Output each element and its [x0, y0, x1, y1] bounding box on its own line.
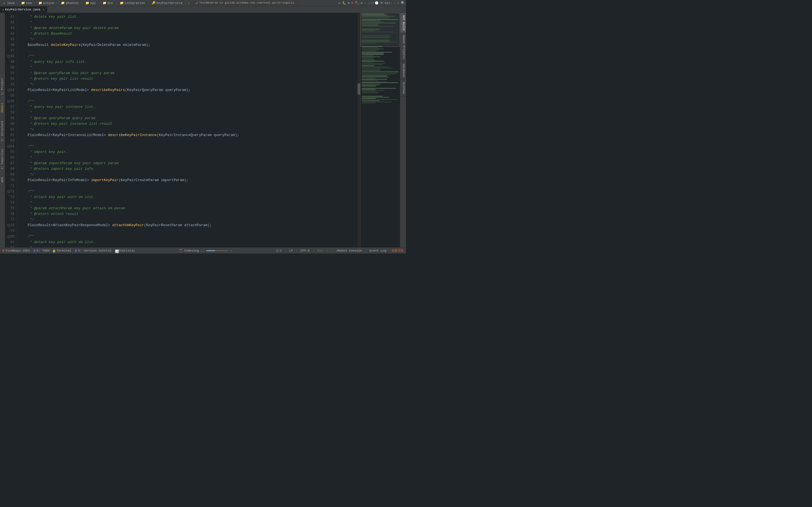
separator-7: ›	[147, 1, 149, 5]
line-number-60: 60	[5, 121, 14, 127]
code-line-77[interactable]: */	[17, 217, 357, 223]
forward-icon[interactable]: →	[368, 1, 370, 5]
line-ending[interactable]: LF	[289, 249, 293, 252]
file-encoding[interactable]: UTF-8	[301, 249, 310, 252]
code-content[interactable]: * delete key pair list. * * @param delet…	[17, 13, 357, 247]
vertical-scrollbar[interactable]	[357, 13, 360, 247]
statistic-icon: 📊	[115, 249, 117, 252]
code-line-47[interactable]	[17, 48, 357, 54]
cursor-position[interactable]: 1:1	[276, 249, 282, 252]
code-line-81[interactable]: * detach key pair with vm list.	[17, 239, 357, 245]
search-icon[interactable]: 🔍	[401, 1, 405, 5]
code-line-42[interactable]: *	[17, 20, 357, 25]
code-line-64[interactable]: /**	[17, 144, 357, 149]
code-line-65[interactable]: * import key pair.	[17, 149, 357, 155]
code-line-76[interactable]: * @return attach result	[17, 211, 357, 217]
code-line-50[interactable]: *	[17, 65, 357, 70]
code-line-74[interactable]: *	[17, 200, 357, 206]
code-line-73[interactable]: * attach key pair with vm list.	[17, 194, 357, 200]
back-icon[interactable]: ←	[364, 1, 366, 5]
code-line-59[interactable]: * @param queryParam query param	[17, 115, 357, 121]
scrollbar-thumb[interactable]	[357, 83, 360, 95]
code-line-44[interactable]: * @return BaseResult	[17, 31, 357, 37]
sidebar-item-ant-build[interactable]: Ant Build	[400, 13, 406, 33]
history-icon[interactable]: 🕐	[375, 1, 378, 5]
code-line-63[interactable]	[17, 138, 357, 144]
code-line-79[interactable]	[17, 228, 357, 234]
sidebar-item-favorites[interactable]: 2: Favorites	[1, 148, 4, 170]
run-icon[interactable]: ▶	[339, 1, 341, 5]
code-line-48[interactable]: /**	[17, 54, 357, 59]
code-line-61[interactable]: */	[17, 127, 357, 132]
sidebar-item-database[interactable]: Database	[400, 61, 406, 80]
fold-marker-64[interactable]: -	[8, 145, 10, 148]
undo-icon[interactable]: ⟲	[380, 1, 383, 5]
code-line-62[interactable]: PlainResult<KeyPairInstanceListModel> de…	[17, 132, 357, 138]
code-line-46[interactable]: BaseResult deleteKeyPairs(KeyPairDeleteP…	[17, 42, 357, 48]
breadcrumb-api[interactable]: 📁 api	[84, 1, 97, 5]
code-line-80[interactable]: /**	[17, 234, 357, 239]
fold-marker-72[interactable]: -	[8, 190, 10, 193]
breadcrumb-phoenix[interactable]: 📁 phoenix	[60, 1, 80, 5]
debug-icon[interactable]: 🐛	[342, 1, 346, 5]
tab-close-button[interactable]: ✕	[43, 8, 44, 11]
code-line-78[interactable]: PlainResult<AttachKeyPairResponseModel> …	[17, 223, 357, 228]
code-line-82[interactable]: *	[17, 245, 357, 247]
code-line-70[interactable]: PlainResult<KeyPairInfoModel> importKeyP…	[17, 177, 357, 183]
code-line-72[interactable]: /**	[17, 189, 357, 194]
breadcrumb-keypairservice[interactable]: 🔑 KeyPairService	[151, 1, 184, 5]
rebuild-icon[interactable]: ↺	[361, 1, 363, 5]
breadcrumb-ecs[interactable]: 📁 ecs	[101, 1, 114, 5]
stop-icon[interactable]: ■	[351, 1, 353, 5]
git-branch-selector[interactable]: ⎇ TestReverse in gitlab.alibaba-inc.com/…	[193, 1, 298, 5]
code-line-53[interactable]: */	[17, 82, 357, 87]
minimap[interactable]	[361, 13, 400, 247]
code-line-66[interactable]: *	[17, 155, 357, 161]
version-control-button[interactable]: 9: Version Control	[75, 249, 112, 252]
todo-button[interactable]: 6: TODO	[33, 249, 50, 252]
breadcrumb-com[interactable]: 📁 com	[20, 1, 33, 5]
fold-marker-48[interactable]: -	[8, 55, 10, 57]
code-line-54[interactable]: PlainResult<KeyPairListModel> describeKe…	[17, 87, 357, 93]
fold-marker-78[interactable]: -	[8, 224, 10, 226]
sidebar-item-web[interactable]: Web	[1, 176, 4, 183]
code-line-71[interactable]	[17, 183, 357, 189]
sidebar-item-jrebel[interactable]: JRebel	[1, 102, 4, 114]
code-line-57[interactable]: * query key pair instance list.	[17, 104, 357, 110]
revert-icon[interactable]: ↩	[371, 1, 373, 5]
minimap-line	[362, 70, 380, 71]
sidebar-item-structure[interactable]: 2: Structure	[1, 120, 4, 142]
fold-marker-54[interactable]: -	[8, 89, 10, 91]
breadcrumb-aliyun[interactable]: 📁 aliyun	[37, 1, 56, 5]
event-log-button[interactable]: Event Log	[370, 249, 386, 252]
code-line-45[interactable]: */	[17, 37, 357, 42]
code-line-67[interactable]: * @param importParam key pair import par…	[17, 161, 357, 166]
folder-icon-integration: 📁	[120, 1, 124, 5]
findbugs-button[interactable]: FindBugs-IDEA	[2, 249, 30, 252]
code-line-55[interactable]	[17, 93, 357, 99]
code-line-51[interactable]: * @param queryParam key pair query param	[17, 70, 357, 76]
code-line-41[interactable]: * delete key pair list.	[17, 14, 357, 20]
sidebar-item-sciview[interactable]: SciView	[400, 80, 406, 96]
sidebar-item-project[interactable]: 1: Project	[1, 77, 4, 96]
coverage-icon[interactable]: ⚙	[348, 1, 350, 5]
fold-marker-56[interactable]: -	[8, 100, 10, 103]
terminal-button[interactable]: ▣ Terminal	[53, 249, 71, 252]
code-line-49[interactable]: * query key pair info list.	[17, 59, 357, 65]
code-line-68[interactable]: * @return import key pair info	[17, 166, 357, 172]
build-icon[interactable]: 🔨	[355, 1, 359, 5]
tab-keypairservice[interactable]: ☕ KeyPairService.java ✕	[0, 6, 47, 13]
statistic-button[interactable]: 📊 Statistic	[115, 249, 135, 252]
breadcrumb-java[interactable]: ☕ java	[1, 1, 15, 5]
code-line-75[interactable]: * @param attachParam key pair attach vm …	[17, 206, 357, 211]
jrebel-console-button[interactable]: JRebel Console	[336, 249, 362, 252]
code-line-60[interactable]: * @return key pair instance list result	[17, 121, 357, 127]
breadcrumb-integration[interactable]: 📁 integration	[119, 1, 146, 5]
sidebar-item-maven[interactable]: Maven Projects	[400, 33, 406, 61]
code-line-52[interactable]: * @return key pair list result	[17, 76, 357, 82]
code-line-56[interactable]: /**	[17, 99, 357, 104]
fold-marker-80[interactable]: -	[8, 235, 10, 238]
code-line-69[interactable]: */	[17, 172, 357, 177]
code-line-43[interactable]: * @param deleteParam key pair delete par…	[17, 25, 357, 31]
code-line-58[interactable]: *	[17, 110, 357, 115]
